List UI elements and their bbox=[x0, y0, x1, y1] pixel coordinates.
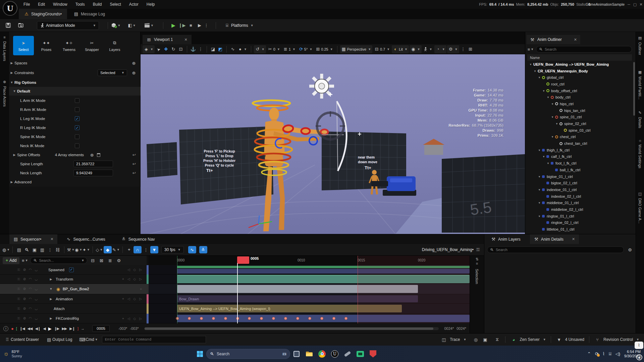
outliner-tree-item[interactable]: spine_03_ctrl bbox=[525, 127, 633, 134]
menu-window[interactable]: Window bbox=[49, 0, 71, 9]
outliner-tree-item[interactable]: bigtoe_02_l_ctrl bbox=[525, 180, 633, 186]
translate-tool-icon[interactable]: ✥ bbox=[163, 46, 169, 53]
hierarchy-icon[interactable]: ⛓ bbox=[54, 246, 61, 253]
to-front-button[interactable]: ❙◀ bbox=[19, 326, 25, 331]
trace-dropdown[interactable]: Trace bbox=[450, 337, 460, 342]
tab-sequence-nav[interactable]: ≚ Sequence Nav bbox=[117, 234, 159, 244]
keyframe-dot[interactable] bbox=[224, 317, 227, 320]
rig-options-header[interactable]: ▼Rig Options bbox=[9, 78, 141, 87]
viewport-3d-scene[interactable]: 5.5 bbox=[141, 54, 525, 234]
menu-help[interactable]: Help bbox=[143, 0, 159, 9]
rotate-tool-icon[interactable]: ↻ bbox=[170, 46, 177, 53]
l-leg-ik-checkbox[interactable]: ✓ bbox=[75, 116, 79, 121]
constraints-filter-dropdown[interactable]: Selected▼ bbox=[98, 69, 127, 76]
expand-caret-icon[interactable]: ▾ bbox=[532, 69, 538, 73]
menu-edit[interactable]: Edit bbox=[34, 0, 49, 9]
view-options-dropdown[interactable]: ◉▼ bbox=[75, 246, 82, 253]
expand-caret-icon[interactable]: ▾ bbox=[541, 89, 546, 93]
timeline-scrollbar[interactable] bbox=[144, 327, 439, 330]
range-end2-value[interactable]: 0024* bbox=[457, 326, 466, 330]
window-maximize-button[interactable]: ▢ bbox=[632, 0, 638, 9]
window-close-button[interactable]: ✕ bbox=[638, 0, 644, 9]
content-drawer-button[interactable]: Content Drawer bbox=[11, 337, 39, 342]
create-camera-icon[interactable]: ▣ bbox=[31, 246, 38, 253]
next-key-button[interactable]: ❙▶ bbox=[54, 326, 59, 331]
chrome-button[interactable] bbox=[318, 350, 326, 358]
expand-caret-icon[interactable]: ▾ bbox=[550, 102, 555, 106]
clear-array-icon[interactable] bbox=[95, 152, 102, 158]
r-leg-ik-checkbox[interactable]: ✓ bbox=[75, 125, 79, 130]
reset-spine-length-icon[interactable]: ↩ bbox=[132, 162, 136, 166]
world-options-dropdown[interactable]: ◍▼ bbox=[3, 246, 9, 253]
add-array-element-icon[interactable]: ⊕ bbox=[89, 152, 95, 158]
loop-start-bracket[interactable]: [ bbox=[16, 326, 17, 330]
track-search[interactable]: 🔍︎ ▼ bbox=[30, 257, 87, 264]
viewport-kebab[interactable]: ⋮ bbox=[460, 46, 467, 53]
voice-access-target-badge[interactable]: ◉ bbox=[636, 354, 642, 360]
visual-search-icon[interactable]: 📷︎ bbox=[282, 352, 286, 356]
outliner-tree-item[interactable]: ▾spine_01_ctrl bbox=[525, 114, 633, 121]
outliner-filter-icon[interactable]: ≡▼ bbox=[527, 46, 534, 53]
menu-file[interactable]: File bbox=[19, 0, 34, 9]
playhead-marker[interactable] bbox=[237, 256, 249, 264]
cursor-select-icon[interactable]: ➤ bbox=[154, 45, 163, 53]
hourglass-icon[interactable]: ⧖ bbox=[494, 336, 500, 343]
outliner-tree-item[interactable]: ▾ringtoe_01_l_ctrl bbox=[525, 213, 633, 220]
playhead-snap-button[interactable]: ▼ bbox=[150, 246, 158, 253]
key-adjust-icons[interactable]: ⇅≡ bbox=[470, 256, 484, 265]
insights-icon[interactable]: ◎ bbox=[472, 336, 479, 343]
scale-snap-dropdown[interactable]: ⊞0.25▼ bbox=[314, 45, 334, 53]
details-search[interactable]: 🔍︎ bbox=[487, 246, 624, 253]
stop-button[interactable]: ■ bbox=[187, 22, 194, 29]
outliner-tree-item[interactable]: ▾bigtoe_01_l_ctrl bbox=[525, 173, 633, 180]
curve-dropdown[interactable]: ●▼ bbox=[237, 45, 248, 53]
menu-tools[interactable]: Tools bbox=[71, 0, 89, 9]
rotation-snap-dropdown[interactable]: ⟳5°▼ bbox=[298, 45, 314, 53]
add-track-button[interactable]: +Add bbox=[3, 257, 19, 264]
view-mode-dropdown[interactable]: ◐Lit▼ bbox=[392, 45, 409, 53]
preview-character-dropdown[interactable]: ▼ bbox=[422, 46, 434, 52]
voice-access-mic-badge[interactable]: ⌇ bbox=[635, 342, 643, 349]
expand-caret-icon[interactable]: ▾ bbox=[545, 162, 551, 165]
projection-dropdown[interactable]: ▦Perspective▼ bbox=[340, 45, 372, 53]
keyframe-options-dropdown[interactable]: ◇▼ bbox=[96, 246, 103, 253]
step-back-button[interactable]: ◀ bbox=[43, 326, 45, 331]
expand-caret-icon[interactable]: ▾ bbox=[537, 148, 542, 152]
tray-sync-icon[interactable]: ⟳ bbox=[595, 351, 599, 356]
editor-mode-dropdown[interactable]: Animation Mode▼ bbox=[37, 21, 99, 30]
screen-percentage-dropdown[interactable]: ⊟0.7▼ bbox=[373, 45, 391, 53]
task-view-button[interactable] bbox=[292, 350, 301, 358]
outliner-tree-item[interactable]: hips_tan_ctrl bbox=[525, 107, 633, 114]
keyframe-dot[interactable] bbox=[188, 317, 191, 320]
row-size-medium-icon[interactable]: ⊠ bbox=[98, 257, 105, 264]
browse-content-icon[interactable] bbox=[17, 22, 24, 29]
l-arm-ik-checkbox[interactable]: ✓ bbox=[75, 98, 79, 103]
r-arm-ik-checkbox[interactable]: ✓ bbox=[75, 107, 79, 112]
add-constraint-icon[interactable]: ⊕ bbox=[130, 69, 137, 76]
expand-caret-icon[interactable]: ▾ bbox=[537, 201, 542, 204]
keyframe-dot[interactable] bbox=[212, 317, 215, 320]
add-actor-dropdown[interactable]: ▼ bbox=[110, 22, 121, 29]
current-frame-input[interactable]: 0005 bbox=[92, 325, 110, 332]
keyframe-dot[interactable] bbox=[308, 317, 311, 320]
taskbar-search[interactable]: 🔍︎ Search 📷︎ bbox=[206, 349, 290, 359]
close-anim-outliner-icon[interactable]: ✕ bbox=[574, 38, 577, 42]
breadcrumb-trail-button[interactable]: ≚ bbox=[199, 246, 207, 253]
tab-dao-game[interactable]: ◫DAO Game A... bbox=[638, 192, 642, 224]
start-button[interactable] bbox=[196, 350, 204, 358]
keyframe-dot[interactable] bbox=[272, 317, 275, 320]
tab-anim-details[interactable]: ⚒ Anim Details ✕ bbox=[530, 234, 579, 244]
outliner-tree-item[interactable]: ▾middletoe_01_l_ctrl bbox=[525, 199, 633, 206]
prev-key-button[interactable]: ◀❙ bbox=[35, 326, 41, 331]
outliner-scrollbar[interactable] bbox=[633, 62, 635, 116]
keyframe-dot[interactable] bbox=[284, 317, 287, 320]
play-forward-button[interactable]: ▶ bbox=[48, 326, 51, 331]
security-app-button[interactable] bbox=[369, 350, 377, 358]
tray-mic-icon[interactable]: ⌇ bbox=[603, 351, 605, 356]
to-end-button[interactable]: ▶❙ bbox=[69, 326, 75, 331]
cmd-dropdown[interactable]: Cmd bbox=[86, 337, 94, 342]
outliner-tree-item[interactable]: root_ctrl bbox=[525, 81, 633, 87]
layer-snap-dropdown[interactable]: ≣1▼ bbox=[282, 45, 297, 53]
grid-snap-dropdown[interactable]: ✂0▼ bbox=[267, 45, 281, 53]
quad-view-icon[interactable]: ⊞ bbox=[467, 46, 474, 53]
